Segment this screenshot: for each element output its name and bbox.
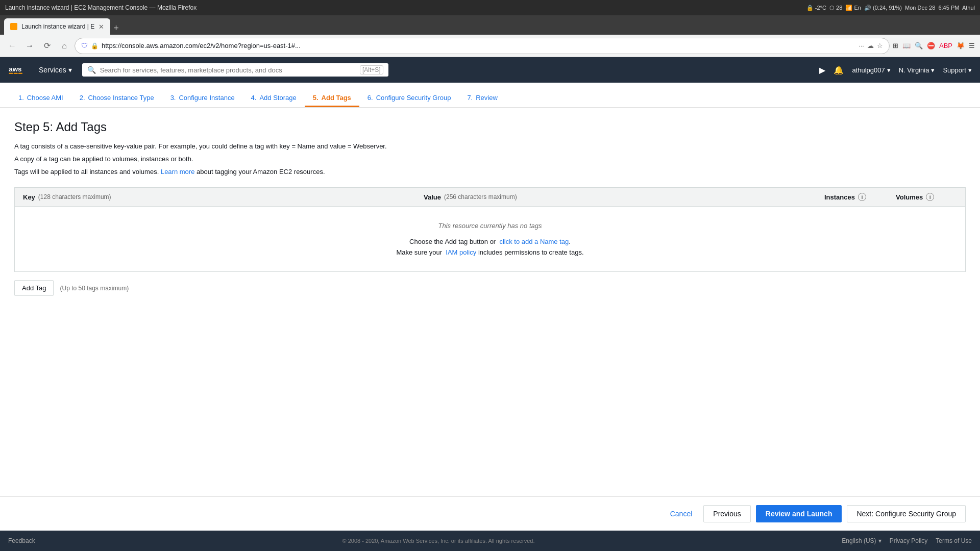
description-line1: A tag consists of a case-sensitive key-v… [14, 141, 966, 152]
bookmarks-icon[interactable]: 📖 [902, 42, 911, 49]
zoom-icon[interactable]: 🔍 [915, 42, 923, 49]
browser-toolbar-right: ⊞ 📖 🔍 ⛔ ABP 🦊 ☰ [893, 42, 975, 49]
language-selector[interactable]: English (US) ▾ [842, 537, 881, 544]
step-3-label: Configure Instance [179, 94, 234, 102]
extensions-icon[interactable]: ⊞ [893, 42, 898, 49]
browser-tab-bar: Launch instance wizard | E ✕ + [0, 15, 980, 35]
noscript-icon[interactable]: ⛔ [927, 42, 935, 49]
terms-of-use-link[interactable]: Terms of Use [936, 537, 972, 544]
aws-logo[interactable]: aws [8, 64, 29, 76]
step-2-choose-instance-type[interactable]: 2. Choose Instance Type [71, 90, 162, 107]
col-value-label: Value [424, 193, 441, 201]
language-chevron: ▾ [878, 537, 881, 544]
page-footer: Feedback © 2008 - 2020, Amazon Web Servi… [0, 531, 980, 551]
feedback-link[interactable]: Feedback [8, 537, 35, 544]
step-6-configure-security-group[interactable]: 6. Configure Security Group [359, 90, 459, 107]
svg-rect-1 [9, 73, 13, 74]
svg-rect-2 [14, 73, 18, 74]
lock-icon: 🔒 [91, 42, 99, 49]
bell-icon[interactable]: 🔔 [834, 65, 844, 75]
step-3-num: 3. [170, 94, 176, 102]
next-configure-security-group-button[interactable]: Next: Configure Security Group [847, 505, 966, 522]
step-4-label: Add Storage [259, 94, 296, 102]
content-body: Step 5: Add Tags A tag consists of a cas… [0, 108, 980, 496]
footer-copyright: © 2008 - 2020, Amazon Web Services, Inc.… [35, 538, 842, 544]
click-to-add-name-tag-link[interactable]: click to add a Name tag [499, 238, 569, 245]
step-2-label: Choose Instance Type [88, 94, 154, 102]
instances-info-icon[interactable]: i [858, 193, 866, 201]
no-tags-message: This resource currently has no tags [438, 222, 542, 230]
active-tab[interactable]: Launch instance wizard | E ✕ [4, 18, 110, 35]
volumes-info-icon[interactable]: i [926, 193, 934, 201]
iam-policy-link[interactable]: IAM policy [446, 248, 476, 256]
add-tag-section: Add Tag (Up to 50 tags maximum) [14, 280, 966, 296]
step-7-label: Review [476, 94, 498, 102]
footer-right: English (US) ▾ Privacy Policy Terms of U… [842, 537, 972, 544]
address-bar[interactable]: 🛡 🔒 https://console.aws.amazon.com/ec2/v… [75, 38, 890, 54]
learn-more-link[interactable]: Learn more [161, 168, 194, 176]
aws-header: aws Services ▾ 🔍 [Alt+S] ▶ 🔔 athulpg007 … [0, 57, 980, 83]
reload-button[interactable]: ⟳ [40, 39, 54, 53]
col-volumes-label: Volumes [896, 193, 923, 201]
tab-close-button[interactable]: ✕ [99, 23, 104, 31]
browser-title-bar: Launch instance wizard | EC2 Management … [0, 0, 980, 15]
search-icon: 🔍 [87, 66, 96, 74]
iam-after: includes permissions to create tags. [478, 248, 584, 256]
region-menu[interactable]: N. Virginia ▾ [899, 66, 935, 74]
step-6-num: 6. [368, 94, 373, 102]
new-tab-button[interactable]: + [113, 23, 119, 35]
adblock-icon[interactable]: ABP [939, 42, 952, 49]
footer-buttons: Cancel Previous Review and Launch Next: … [0, 496, 980, 531]
desc3-after: about tagging your Amazon EC2 resources. [197, 168, 325, 176]
step-5-label: Add Tags [322, 94, 351, 102]
add-tag-button[interactable]: Add Tag [14, 280, 54, 296]
pocket-icon[interactable]: ☁ [867, 42, 874, 49]
cancel-button[interactable]: Cancel [664, 506, 699, 522]
address-bar-actions: ··· ☁ ☆ [859, 42, 883, 49]
col-volumes-header: Volumes i [896, 193, 957, 201]
step-3-configure-instance[interactable]: 3. Configure Instance [162, 90, 243, 107]
header-right: ▶ 🔔 athulpg007 ▾ N. Virginia ▾ Support ▾ [819, 65, 972, 75]
review-and-launch-button[interactable]: Review and Launch [756, 505, 842, 522]
language-label: English (US) [842, 537, 876, 544]
step-6-label: Configure Security Group [376, 94, 451, 102]
user-menu[interactable]: athulpg007 ▾ [852, 66, 890, 74]
col-key-header: Key (128 characters maximum) [23, 193, 424, 201]
services-menu[interactable]: Services ▾ [39, 66, 72, 74]
step-7-review[interactable]: 7. Review [459, 90, 505, 107]
forward-button[interactable]: → [22, 39, 37, 53]
region-chevron: ▾ [931, 66, 935, 74]
privacy-policy-link[interactable]: Privacy Policy [890, 537, 928, 544]
support-label: Support [943, 66, 966, 74]
star-icon[interactable]: ☆ [877, 42, 883, 49]
support-menu[interactable]: Support ▾ [943, 66, 972, 74]
shield-icon: 🛡 [81, 42, 88, 49]
search-shortcut: [Alt+S] [360, 65, 383, 74]
global-search[interactable]: 🔍 [Alt+S] [82, 63, 388, 77]
back-button[interactable]: ← [5, 39, 19, 53]
footer-feedback[interactable]: Feedback [8, 537, 35, 544]
username: athulpg007 [852, 66, 885, 74]
step-1-label: Choose AMI [27, 94, 63, 102]
step-1-choose-ami[interactable]: 1. Choose AMI [10, 90, 71, 107]
services-label: Services [39, 66, 66, 74]
iam-policy-row: Make sure your IAM policy includes permi… [396, 248, 583, 256]
step-1-num: 1. [18, 94, 24, 102]
add-tag-hint: (Up to 50 tags maximum) [60, 285, 129, 292]
step-7-num: 7. [467, 94, 473, 102]
bookmark-icon[interactable]: ··· [859, 42, 864, 49]
aws-logo-svg: aws [8, 64, 29, 76]
terminal-icon[interactable]: ▶ [819, 65, 825, 75]
support-chevron: ▾ [968, 66, 972, 74]
step-5-add-tags[interactable]: 5. Add Tags [305, 90, 359, 107]
menu-button[interactable]: ☰ [969, 42, 975, 49]
col-value-header: Value (256 characters maximum) [424, 193, 824, 201]
iam-before: Make sure your [396, 248, 442, 256]
firefox-icon[interactable]: 🦊 [957, 42, 965, 49]
tags-table-header: Key (128 characters maximum) Value (256 … [14, 187, 966, 206]
step-4-add-storage[interactable]: 4. Add Storage [243, 90, 305, 107]
browser-nav-bar: ← → ⟳ ⌂ 🛡 🔒 https://console.aws.amazon.c… [0, 35, 980, 57]
previous-button[interactable]: Previous [703, 505, 750, 522]
search-input[interactable] [100, 66, 356, 74]
home-button[interactable]: ⌂ [57, 39, 71, 53]
